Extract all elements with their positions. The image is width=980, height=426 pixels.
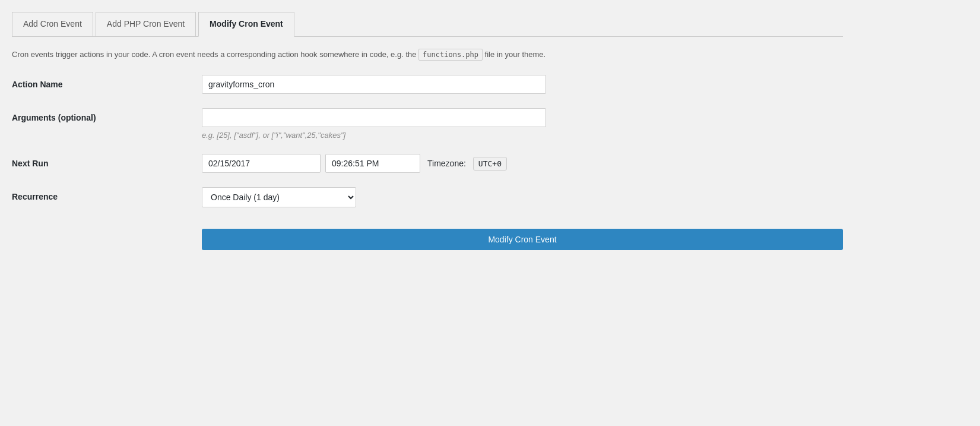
recurrence-label: Recurrence: [12, 187, 202, 201]
tab-modify-cron[interactable]: Modify Cron Event: [198, 12, 294, 37]
action-name-row: Action Name: [12, 75, 843, 94]
description-before: Cron events trigger actions in your code…: [12, 50, 418, 59]
arguments-input[interactable]: [202, 108, 546, 127]
description-text: Cron events trigger actions in your code…: [12, 49, 843, 61]
next-run-date-input[interactable]: [202, 154, 321, 173]
arguments-label: Arguments (optional): [12, 108, 202, 122]
submit-field: Modify Cron Event: [202, 222, 843, 250]
next-run-row: Next Run Timezone: UTC+0: [12, 154, 843, 173]
timezone-label: Timezone:: [427, 159, 466, 168]
action-name-label: Action Name: [12, 75, 202, 89]
recurrence-select[interactable]: Once Daily (1 day) Twice Daily (12 hours…: [202, 187, 356, 207]
description-after: file in your theme.: [483, 50, 545, 59]
submit-spacer: [12, 222, 202, 226]
next-run-field: Timezone: UTC+0: [202, 154, 843, 173]
tabs-container: Add Cron Event Add PHP Cron Event Modify…: [12, 12, 843, 37]
description-code: functions.php: [418, 49, 483, 61]
action-name-field: [202, 75, 843, 94]
next-run-inputs: Timezone: UTC+0: [202, 154, 843, 173]
next-run-label: Next Run: [12, 154, 202, 168]
recurrence-row: Recurrence Once Daily (1 day) Twice Dail…: [12, 187, 843, 207]
arguments-row: Arguments (optional) e.g. [25], ["asdf"]…: [12, 108, 843, 140]
arguments-field: e.g. [25], ["asdf"], or ["i","want",25,"…: [202, 108, 843, 140]
recurrence-field: Once Daily (1 day) Twice Daily (12 hours…: [202, 187, 843, 207]
next-run-time-input[interactable]: [325, 154, 420, 173]
cron-form: Action Name Arguments (optional) e.g. [2…: [12, 75, 843, 250]
main-content: Add Cron Event Add PHP Cron Event Modify…: [12, 12, 843, 250]
action-name-input[interactable]: [202, 75, 546, 94]
tab-add-cron[interactable]: Add Cron Event: [12, 12, 93, 36]
tab-add-php-cron[interactable]: Add PHP Cron Event: [96, 12, 196, 36]
submit-row: Modify Cron Event: [12, 222, 843, 250]
timezone-value: UTC+0: [473, 157, 507, 171]
arguments-hint: e.g. [25], ["asdf"], or ["i","want",25,"…: [202, 131, 843, 140]
modify-cron-button[interactable]: Modify Cron Event: [202, 229, 843, 250]
